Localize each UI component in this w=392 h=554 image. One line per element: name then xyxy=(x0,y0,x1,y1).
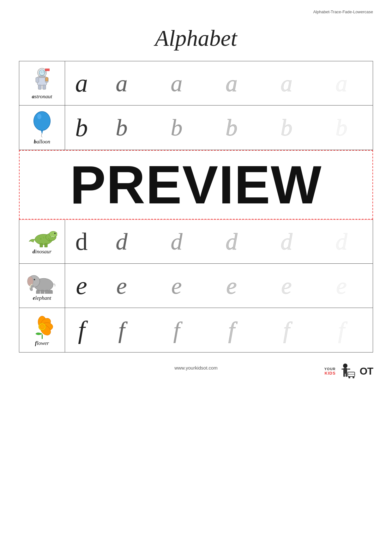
trace-a-4: a xyxy=(280,70,292,97)
svg-point-49 xyxy=(348,376,350,378)
svg-rect-43 xyxy=(341,369,345,370)
trace-f-1: f xyxy=(118,316,125,344)
svg-point-6 xyxy=(39,70,45,75)
footer-url: www.yourkidsot.com xyxy=(174,365,218,370)
trace-a-2: a xyxy=(171,70,183,97)
trace-e-3: e xyxy=(226,272,237,299)
svg-point-34 xyxy=(42,335,43,339)
trace-letters-b: b b b b b xyxy=(94,112,369,143)
trace-cell-f: f f f f f f xyxy=(65,308,373,352)
base-letter-a: a xyxy=(69,69,94,98)
svg-point-28 xyxy=(33,279,35,280)
svg-rect-44 xyxy=(347,369,350,370)
trace-d-1: d xyxy=(116,228,128,255)
logo-ot-text: OT xyxy=(360,365,373,377)
svg-rect-30 xyxy=(36,290,39,294)
svg-point-29 xyxy=(34,279,35,280)
trace-cell-d: d d d d d d xyxy=(65,220,373,263)
svg-point-41 xyxy=(343,364,347,368)
svg-point-19 xyxy=(54,232,56,234)
yourkidsot-logo-icon xyxy=(339,363,358,380)
trace-letters-d: d d d d d xyxy=(94,226,369,257)
trace-b-1: b xyxy=(116,114,128,141)
base-letter-b: b xyxy=(69,113,94,142)
top-label: Alphabet-Trace-Fade-Lowercase xyxy=(313,9,373,14)
trace-cell-a: a a a a a a xyxy=(65,61,373,105)
trace-a-3: a xyxy=(226,70,238,97)
svg-rect-2 xyxy=(36,77,39,82)
dinosaur-icon xyxy=(27,228,57,247)
trace-f-5: f xyxy=(338,316,345,344)
word-label-a: astronaut xyxy=(32,93,52,100)
svg-point-9 xyxy=(43,71,44,73)
image-cell-e: elephant xyxy=(19,264,65,308)
trace-b-2: b xyxy=(171,114,183,141)
trace-e-1: e xyxy=(116,272,127,299)
alphabet-rows-top: astronaut a a a a a a xyxy=(19,61,373,150)
svg-rect-46 xyxy=(346,373,347,377)
image-cell-d: dinosaur xyxy=(19,220,65,263)
svg-rect-7 xyxy=(39,76,45,78)
svg-rect-31 xyxy=(40,290,44,294)
trace-b-5: b xyxy=(335,114,347,141)
page: Alphabet-Trace-Fade-Lowercase Alphabet xyxy=(0,0,392,554)
astronaut-icon xyxy=(28,67,56,92)
trace-f-2: f xyxy=(173,316,180,344)
trace-b-4: b xyxy=(280,114,292,141)
preview-text: PREVIEW xyxy=(70,154,322,216)
flower-icon xyxy=(29,314,56,339)
trace-a-5: a xyxy=(335,70,347,97)
footer-logo: YOUR KIDS OT xyxy=(324,363,373,380)
trace-letters-a: a a a a a xyxy=(94,68,369,99)
base-letter-f: f xyxy=(69,316,94,345)
footer: www.yourkidsot.com YOUR KIDS xyxy=(19,365,373,377)
svg-point-23 xyxy=(40,238,42,240)
page-title: Alphabet xyxy=(19,25,373,51)
alphabet-rows-bottom: dinosaur d d d d d d xyxy=(19,220,373,352)
svg-point-27 xyxy=(27,277,33,286)
row-f: flower f f f f f f xyxy=(19,308,373,352)
row-a: astronaut a a a a a a xyxy=(19,61,373,105)
svg-rect-12 xyxy=(45,77,48,81)
svg-point-18 xyxy=(49,231,57,237)
preview-overlay: PREVIEW xyxy=(19,150,373,220)
trace-d-4: d xyxy=(280,228,292,255)
svg-rect-33 xyxy=(49,290,52,294)
image-cell-b: balloon xyxy=(19,105,65,150)
row-d: dinosaur d d d d d d xyxy=(19,220,373,264)
word-label-f: flower xyxy=(35,340,49,346)
word-label-d: dinosaur xyxy=(33,249,51,255)
row-e: elephant e e e e e e xyxy=(19,264,373,308)
svg-point-40 xyxy=(39,324,44,329)
trace-f-3: f xyxy=(228,316,235,344)
trace-letters-f: f f f f f xyxy=(94,315,369,345)
svg-rect-11 xyxy=(45,69,50,71)
svg-point-24 xyxy=(43,237,44,238)
elephant-icon xyxy=(27,270,57,294)
base-letter-e: e xyxy=(69,271,94,300)
svg-point-50 xyxy=(353,376,354,378)
svg-point-13 xyxy=(34,111,51,130)
base-letter-d: d xyxy=(69,227,94,256)
image-cell-f: flower xyxy=(19,308,65,352)
trace-e-5: e xyxy=(336,272,347,299)
trace-letters-e: e e e e e xyxy=(94,271,369,301)
logo-your-text: YOUR xyxy=(324,367,336,371)
word-label-b: balloon xyxy=(34,139,50,145)
svg-marker-15 xyxy=(41,130,43,134)
trace-cell-e: e e e e e e xyxy=(65,264,373,308)
trace-e-2: e xyxy=(171,272,182,299)
svg-rect-22 xyxy=(44,244,47,247)
svg-point-14 xyxy=(37,114,41,119)
trace-d-3: d xyxy=(226,228,238,255)
trace-d-5: d xyxy=(335,228,347,255)
trace-e-4: e xyxy=(281,272,292,299)
svg-rect-5 xyxy=(43,85,46,89)
word-label-e: elephant xyxy=(33,295,51,301)
trace-b-3: b xyxy=(226,114,238,141)
logo-kids-text: KIDS xyxy=(325,371,336,376)
row-b: balloon b b b b b b xyxy=(19,105,373,150)
trace-f-4: f xyxy=(283,316,290,344)
svg-rect-21 xyxy=(40,244,43,247)
svg-point-8 xyxy=(41,71,42,73)
